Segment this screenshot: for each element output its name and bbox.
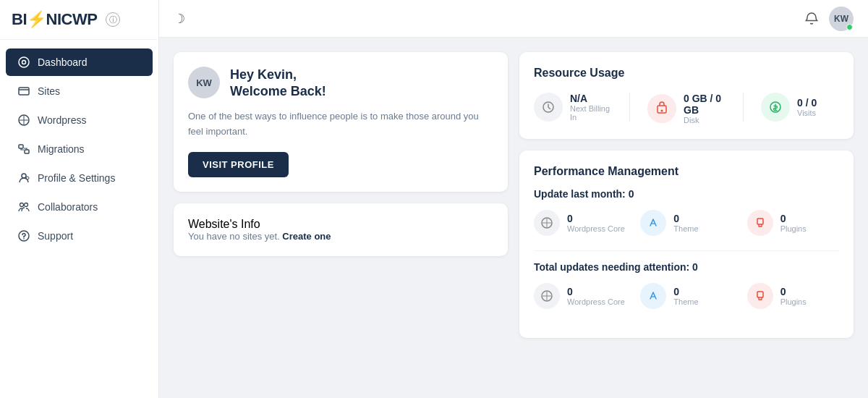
welcome-text: Hey Kevin, Welcome Back! xyxy=(230,67,326,101)
logo-area: BI⚡NICWP ⓘ xyxy=(0,0,158,40)
svg-rect-4 xyxy=(19,145,23,148)
attention-theme: 0 Theme xyxy=(640,283,732,309)
support-icon xyxy=(17,229,30,242)
svg-point-1 xyxy=(22,61,26,64)
plugins-info: 0 Plugins xyxy=(780,213,807,233)
performance-card: Performance Management Update last month… xyxy=(519,151,854,338)
visits-value: 0 / 0 xyxy=(797,97,817,109)
topbar-right: KW xyxy=(804,7,854,31)
visits-label: Visits xyxy=(797,109,817,117)
topbar-left: ☽ xyxy=(174,11,185,27)
notifications-bell[interactable] xyxy=(804,12,819,26)
wp-core-info: 0 Wordpress Core xyxy=(567,213,625,233)
disk-icon-wrap xyxy=(647,94,676,123)
disk-info: 0 GB / 0 GB Disk xyxy=(684,93,726,124)
resource-divider-1 xyxy=(629,93,630,122)
resource-usage-title: Resource Usage xyxy=(534,67,839,80)
disk-label: Disk xyxy=(684,116,726,124)
attention-plugins: 0 Plugins xyxy=(747,283,839,309)
sidebar: BI⚡NICWP ⓘ Dashboard Sites xyxy=(0,0,159,398)
sidebar-item-profile-settings[interactable]: Profile & Settings xyxy=(6,164,153,192)
sidebar-nav: Dashboard Sites Wordpress xyxy=(0,40,158,398)
resource-item-billing: N/A Next Billing In xyxy=(534,93,612,122)
attention-items: 0 Wordpress Core 0 xyxy=(534,283,839,309)
dark-mode-toggle[interactable]: ☽ xyxy=(174,11,185,27)
perf-divider xyxy=(534,250,839,251)
sidebar-item-sites-label: Sites xyxy=(38,85,60,97)
last-month-items: 0 Wordpress Core 0 xyxy=(534,210,839,236)
sidebar-item-collaborators[interactable]: Collaborators xyxy=(6,193,153,221)
dollar-icon xyxy=(768,100,783,114)
sidebar-item-profile-settings-label: Profile & Settings xyxy=(38,172,115,184)
sidebar-item-wordpress[interactable]: Wordpress xyxy=(6,106,153,134)
welcome-card: KW Hey Kevin, Welcome Back! One of the b… xyxy=(174,52,508,192)
sidebar-item-dashboard[interactable]: Dashboard xyxy=(6,48,153,76)
welcome-avatar: KW xyxy=(188,67,220,98)
right-column: Resource Usage N/A Next Billing In xyxy=(519,52,854,384)
resource-item-disk: 0 GB / 0 GB Disk xyxy=(647,93,726,124)
attention-plugin-icon xyxy=(754,289,767,302)
attention-theme-icon-wrap xyxy=(640,283,666,309)
websites-info-title: Website's Info xyxy=(188,218,493,231)
billing-value: N/A xyxy=(570,93,612,104)
last-month-title: Update last month: 0 xyxy=(534,188,839,200)
plugins-icon-wrap xyxy=(747,210,773,236)
sidebar-item-support[interactable]: Support xyxy=(6,222,153,250)
resource-item-visits: 0 / 0 Visits xyxy=(761,93,839,122)
wordpress-icon xyxy=(17,114,30,127)
attention-theme-label: Theme xyxy=(673,297,698,306)
dashboard-icon xyxy=(17,56,30,69)
sidebar-item-wordpress-label: Wordpress xyxy=(38,114,86,126)
theme-label: Theme xyxy=(673,224,698,233)
disk-icon xyxy=(655,101,669,116)
svg-point-9 xyxy=(25,203,28,207)
attention-plugins-info: 0 Plugins xyxy=(780,286,807,306)
sidebar-item-migrations[interactable]: Migrations xyxy=(6,135,153,163)
logo-info-button[interactable]: ⓘ xyxy=(106,12,120,27)
last-month-theme: 0 Theme xyxy=(640,210,732,236)
wp-core-label: Wordpress Core xyxy=(567,224,625,233)
migrations-icon xyxy=(17,143,30,156)
visits-icon-wrap xyxy=(761,93,790,122)
sidebar-item-migrations-label: Migrations xyxy=(38,143,85,155)
svg-point-14 xyxy=(661,110,663,112)
billing-label: Next Billing In xyxy=(570,104,612,122)
wp-core-value: 0 xyxy=(567,213,625,224)
welcome-header: KW Hey Kevin, Welcome Back! xyxy=(188,67,493,101)
svg-point-0 xyxy=(19,57,29,67)
last-month-plugins: 0 Plugins xyxy=(747,210,839,236)
svg-point-8 xyxy=(20,203,24,207)
visits-info: 0 / 0 Visits xyxy=(797,97,817,117)
clock-icon xyxy=(541,100,556,114)
last-month-wp-core: 0 Wordpress Core xyxy=(534,210,626,236)
attention-wp-core-label: Wordpress Core xyxy=(567,297,625,306)
attention-theme-value: 0 xyxy=(673,286,698,297)
attention-theme-info: 0 Theme xyxy=(673,286,698,306)
sites-icon xyxy=(17,85,30,98)
theme-icon-wrap xyxy=(640,210,666,236)
resource-usage-card: Resource Usage N/A Next Billing In xyxy=(519,52,854,139)
attention-theme-icon xyxy=(647,289,660,302)
sidebar-item-sites[interactable]: Sites xyxy=(6,77,153,105)
attention-wp-core-icon-wrap xyxy=(534,283,560,309)
brand-name: BI⚡NICWP xyxy=(12,10,97,29)
svg-rect-5 xyxy=(25,150,29,153)
sidebar-item-collaborators-label: Collaborators xyxy=(38,201,98,213)
plugins-value: 0 xyxy=(780,213,807,224)
attention-wp-core: 0 Wordpress Core xyxy=(534,283,626,309)
wp-core-icon-wrap xyxy=(534,210,560,236)
billing-info: N/A Next Billing In xyxy=(570,93,612,122)
plugin-icon xyxy=(754,216,767,229)
svg-point-11 xyxy=(23,238,25,240)
create-site-link[interactable]: Create one xyxy=(282,231,331,242)
websites-info-card: Website's Info You have no sites yet. Cr… xyxy=(174,203,508,256)
no-sites-text: You have no sites yet. Create one xyxy=(188,231,493,242)
user-avatar[interactable]: KW xyxy=(829,7,854,31)
theme-icon xyxy=(647,216,660,229)
theme-value: 0 xyxy=(673,213,698,224)
collaborators-icon xyxy=(17,200,30,213)
disk-value: 0 GB / 0 GB xyxy=(684,93,726,116)
visit-profile-button[interactable]: VISIT PROFILE xyxy=(188,152,289,177)
sidebar-item-support-label: Support xyxy=(38,230,73,242)
attention-wp-core-value: 0 xyxy=(567,286,625,297)
